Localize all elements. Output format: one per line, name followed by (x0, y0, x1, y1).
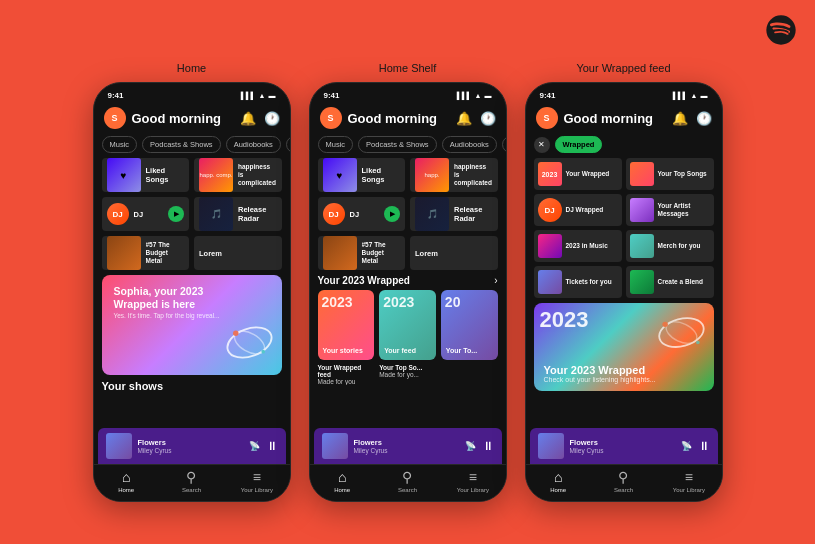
lorem-label-2: Lorem (415, 249, 438, 258)
wrapped-banner-1[interactable]: Sophia, your 2023 Wrapped is here Yes. I… (102, 275, 282, 375)
now-playing-3[interactable]: Flowers Miley Cyrus 📡 ⏸ (530, 428, 718, 464)
large-banner-sub-3: Check out your listening highlights... (544, 376, 704, 383)
wg-thumb-3 (630, 198, 654, 222)
shows-title-1: Your shows (102, 380, 282, 392)
liked-songs-label-2: Liked Songs (362, 166, 401, 184)
tab-wrapped-active-3[interactable]: Wrapped (555, 136, 603, 153)
happiness-label: happiness is complicated (238, 163, 277, 186)
avatar-3[interactable]: S (536, 107, 558, 129)
release-radar-thumb-2: 🎵 (415, 197, 449, 231)
header-left-3: S Good morning (536, 107, 654, 129)
wg-thumb-6 (538, 270, 562, 294)
dj-play-btn[interactable]: ▶ (168, 206, 184, 222)
feed-label-2: Your feed (384, 347, 416, 355)
wg-thumb-1 (630, 162, 654, 186)
home-icon-1: ⌂ (122, 469, 130, 485)
budget-metal-card[interactable]: #57 The Budget Metal (102, 236, 190, 270)
nav-home-3[interactable]: ⌂ Home (526, 469, 591, 493)
dj-card-2[interactable]: DJ DJ ▶ (318, 197, 406, 231)
search-icon-2: ⚲ (402, 469, 412, 485)
happiness-card[interactable]: happ. comp. happiness is complicated (194, 158, 282, 192)
wg-item-3[interactable]: Your Artist Messages (626, 194, 714, 226)
battery-icon-1: ▬ (269, 92, 276, 99)
stories-card-2[interactable]: 2023 Your stories (318, 290, 375, 360)
dj-play-btn-2[interactable]: ▶ (384, 206, 400, 222)
svg-point-6 (662, 317, 699, 347)
bell-icon-1[interactable]: 🔔 (240, 111, 256, 126)
history-icon-2[interactable]: 🕐 (480, 111, 496, 126)
happiness-card-2[interactable]: happ. happiness is complicated (410, 158, 498, 192)
greeting-3: Good morning (564, 111, 654, 126)
np-cast-icon-2[interactable]: 📡 (465, 441, 476, 451)
wg-item-0[interactable]: 2023 Your Wrapped (534, 158, 622, 190)
wg-label-2: DJ Wrapped (566, 206, 604, 214)
spotify-logo (765, 14, 797, 46)
wg-item-5[interactable]: Merch for you (626, 230, 714, 262)
np-thumb-3 (538, 433, 564, 459)
feed-card-2[interactable]: 2023 Your feed (379, 290, 436, 360)
np-artist-3: Miley Cyrus (570, 447, 675, 454)
nav-home-1[interactable]: ⌂ Home (94, 469, 159, 493)
header-left-2: S Good morning (320, 107, 438, 129)
player-bar-3: Flowers Miley Cyrus 📡 ⏸ ⌂ Home ⚲ (526, 428, 722, 501)
wg-item-2[interactable]: DJ DJ Wrapped (534, 194, 622, 226)
budget-row-2: #57 The Budget Metal Lorem (318, 236, 498, 270)
home-label-1: Home (118, 487, 134, 493)
nav-library-1[interactable]: ≡ Your Library (224, 469, 289, 493)
lorem-card-2[interactable]: Lorem (410, 236, 498, 270)
dj-card[interactable]: DJ DJ ▶ (102, 197, 190, 231)
wg-item-6[interactable]: Tickets for you (534, 266, 622, 298)
tab-wrapped-2[interactable]: Wrapp... (502, 136, 506, 153)
library-icon-1: ≡ (253, 469, 261, 485)
avatar-2[interactable]: S (320, 107, 342, 129)
release-radar-card-2[interactable]: 🎵 Release Radar (410, 197, 498, 231)
nav-library-3[interactable]: ≡ Your Library (656, 469, 721, 493)
wg-item-7[interactable]: Create a Blend (626, 266, 714, 298)
nav-search-3[interactable]: ⚲ Search (591, 469, 656, 493)
tab-audiobooks-1[interactable]: Audiobooks (226, 136, 281, 153)
nav-search-2[interactable]: ⚲ Search (375, 469, 440, 493)
wg-item-1[interactable]: Your Top Songs (626, 158, 714, 190)
bell-icon-3[interactable]: 🔔 (672, 111, 688, 126)
tab-music-2[interactable]: Music (318, 136, 354, 153)
search-icon-3: ⚲ (618, 469, 628, 485)
wg-label-6: Tickets for you (566, 278, 612, 286)
phone-label-feed: Your Wrapped feed (576, 62, 670, 74)
library-label-1: Your Library (241, 487, 273, 493)
budget-metal-card-2[interactable]: #57 The Budget Metal (318, 236, 406, 270)
chevron-right-2: › (494, 275, 497, 286)
now-playing-1[interactable]: Flowers Miley Cyrus 📡 ⏸ (98, 428, 286, 464)
np-pause-icon-3[interactable]: ⏸ (698, 439, 710, 453)
avatar-1[interactable]: S (104, 107, 126, 129)
np-pause-icon-2[interactable]: ⏸ (482, 439, 494, 453)
nav-home-2[interactable]: ⌂ Home (310, 469, 375, 493)
np-artist-1: Miley Cyrus (138, 447, 243, 454)
release-radar-card[interactable]: 🎵 Release Radar (194, 197, 282, 231)
liked-songs-card[interactable]: ♥ Liked Songs (102, 158, 190, 192)
now-playing-2[interactable]: Flowers Miley Cyrus 📡 ⏸ (314, 428, 502, 464)
topsongs-card-2[interactable]: 20 Your To... (441, 290, 498, 360)
np-pause-icon-1[interactable]: ⏸ (266, 439, 278, 453)
library-label-3: Your Library (673, 487, 705, 493)
history-icon-1[interactable]: 🕐 (264, 111, 280, 126)
nav-search-1[interactable]: ⚲ Search (159, 469, 224, 493)
banner-num-3: 2023 (540, 309, 589, 331)
lorem-card[interactable]: Lorem (194, 236, 282, 270)
dj-label-2: DJ (350, 210, 360, 219)
liked-songs-thumb: ♥ (107, 158, 141, 192)
tab-music-1[interactable]: Music (102, 136, 138, 153)
np-cast-icon-3[interactable]: 📡 (681, 441, 692, 451)
tab-podcasts-2[interactable]: Podcasts & Shows (358, 136, 437, 153)
large-wrapped-banner-3[interactable]: 2023 Your 2023 Wrapped Check out your li… (534, 303, 714, 391)
nav-library-2[interactable]: ≡ Your Library (440, 469, 505, 493)
tab-podcasts-1[interactable]: Podcasts & Shows (142, 136, 221, 153)
bell-icon-2[interactable]: 🔔 (456, 111, 472, 126)
nav-tab-x-3[interactable]: ✕ (534, 137, 550, 153)
tab-wrapped-1[interactable]: Wrapp... (286, 136, 290, 153)
tab-audiobooks-2[interactable]: Audiobooks (442, 136, 497, 153)
history-icon-3[interactable]: 🕐 (696, 111, 712, 126)
svg-point-3 (233, 331, 239, 337)
np-cast-icon-1[interactable]: 📡 (249, 441, 260, 451)
liked-songs-card-2[interactable]: ♥ Liked Songs (318, 158, 406, 192)
wg-item-4[interactable]: 2023 in Music (534, 230, 622, 262)
